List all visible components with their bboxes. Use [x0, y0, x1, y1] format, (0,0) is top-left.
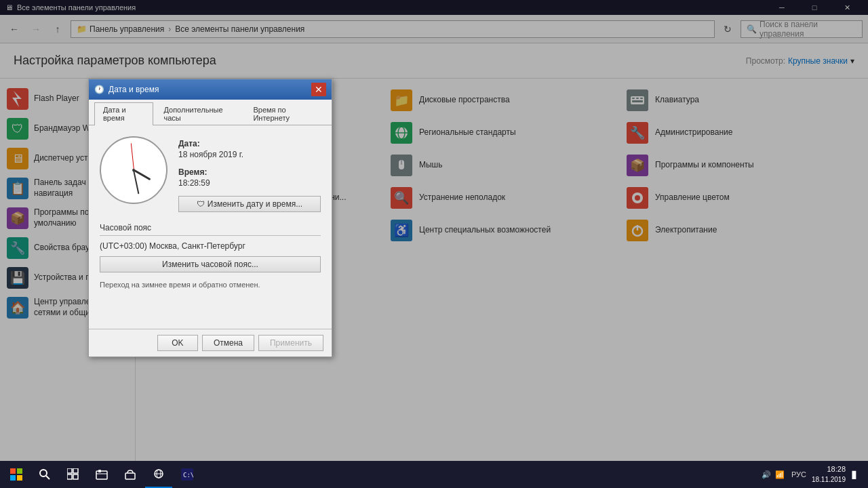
date-value: 18 ноября 2019 г.	[178, 150, 321, 159]
cancel-button[interactable]: Отмена	[202, 335, 254, 351]
timezone-divider	[100, 235, 321, 236]
svg-rect-63	[73, 468, 78, 473]
shield-uac-icon: 🛡	[197, 199, 205, 209]
notification-area: 🔊 📶	[762, 470, 785, 479]
taskbar-time-display: 18:28	[812, 464, 846, 474]
dialog-body: Дата: 18 ноября 2019 г. Время: 18:28:59 …	[89, 125, 332, 329]
taskbar: C:\ 🔊 📶 РУС 18:28 18.11.2019 ▮	[0, 461, 868, 488]
date-label: Дата:	[178, 139, 321, 148]
search-taskbar-button[interactable]	[31, 461, 58, 488]
svg-rect-64	[67, 474, 72, 479]
svg-rect-59	[17, 475, 22, 481]
svg-rect-56	[10, 468, 16, 474]
taskbar-lang: РУС	[791, 470, 806, 479]
svg-line-61	[46, 476, 50, 479]
task-view-button[interactable]	[60, 461, 87, 488]
datetime-dialog: 🕐 Дата и время ✕ Дата и время Дополнител…	[88, 79, 332, 357]
dialog-title-bar: 🕐 Дата и время ✕	[89, 79, 332, 100]
svg-rect-67	[98, 470, 101, 472]
svg-rect-68	[125, 473, 135, 479]
taskbar-right: РУС 18:28 18.11.2019 ▮	[786, 464, 865, 484]
timezone-section: Часовой пояс (UTC+03:00) Москва, Санкт-П…	[100, 223, 321, 289]
svg-rect-58	[10, 475, 16, 481]
tab-datetime[interactable]: Дата и время	[94, 102, 153, 125]
dialog-title: Дата и время	[108, 85, 159, 94]
network-tray-icon: 🔊	[762, 470, 771, 479]
taskbar-date-display: 18.11.2019	[812, 475, 846, 485]
svg-rect-66	[96, 471, 107, 479]
dialog-clock-icon: 🕐	[94, 85, 104, 94]
second-hand	[130, 143, 134, 170]
svg-rect-65	[73, 474, 78, 479]
store-taskbar-button[interactable]	[117, 461, 144, 488]
dialog-footer: OK Отмена Применить	[89, 329, 332, 357]
time-label: Время:	[178, 167, 321, 177]
svg-rect-57	[17, 468, 22, 474]
ok-button[interactable]: OK	[157, 335, 198, 351]
svg-rect-62	[67, 468, 72, 473]
tab-extra-clocks[interactable]: Дополнительные часы	[155, 102, 243, 125]
cmd-taskbar-button[interactable]: C:\	[174, 461, 201, 488]
svg-point-60	[40, 470, 47, 476]
change-datetime-button[interactable]: 🛡 Изменить дату и время...	[178, 196, 321, 212]
datetime-info: Дата: 18 ноября 2019 г. Время: 18:28:59 …	[178, 136, 321, 212]
dialog-tabs: Дата и время Дополнительные часы Время п…	[89, 100, 332, 125]
ie-taskbar-button[interactable]	[145, 461, 172, 488]
dialog-close-button[interactable]: ✕	[311, 83, 326, 96]
taskbar-clock: 18:28 18.11.2019	[812, 464, 846, 484]
explorer-taskbar-button[interactable]	[88, 461, 115, 488]
dialog-overlay: 🕐 Дата и время ✕ Дата и время Дополнител…	[0, 0, 868, 488]
timezone-label: Часовой пояс	[100, 223, 321, 232]
time-value: 18:28:59	[178, 178, 321, 188]
tab-internet-time[interactable]: Время по Интернету	[244, 102, 326, 125]
dst-note: Переход на зимнее время и обратно отмене…	[100, 281, 321, 289]
svg-text:C:\: C:\	[183, 472, 193, 479]
apply-button[interactable]: Применить	[258, 335, 323, 351]
change-timezone-button[interactable]: Изменить часовой пояс...	[100, 256, 321, 272]
volume-tray-icon: 📶	[775, 470, 785, 479]
start-button[interactable]	[3, 461, 30, 488]
analog-clock	[100, 136, 167, 204]
clock-center	[132, 169, 135, 171]
timezone-value: (UTC+03:00) Москва, Санкт-Петербург	[100, 241, 321, 251]
show-desktop-button[interactable]: ▮	[848, 468, 860, 481]
